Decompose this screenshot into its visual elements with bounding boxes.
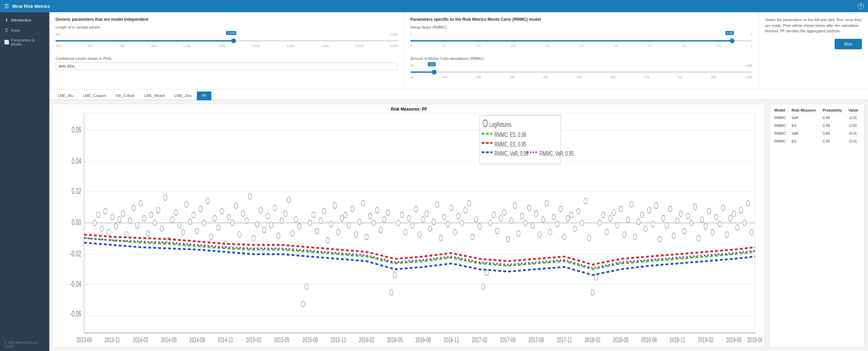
- tab-lme-nickel[interactable]: LME_Nickel: [139, 91, 170, 100]
- svg-text:2016-08: 2016-08: [415, 336, 431, 344]
- cell-probability: 0.99: [821, 122, 847, 130]
- svg-text:2015-05: 2015-05: [274, 336, 290, 344]
- svg-point-53: [220, 208, 223, 214]
- svg-point-155: [580, 220, 584, 226]
- svg-point-123: [467, 200, 471, 206]
- sidebar-item-label: Input: [11, 28, 20, 32]
- mc-label: Amount of Monte Carlo simulations (RMMC): [410, 56, 753, 61]
- svg-text:2014-02: 2014-02: [133, 336, 148, 344]
- tab-lme-alu[interactable]: LME_Alu: [53, 91, 78, 100]
- svg-point-148: [555, 221, 559, 227]
- svg-point-171: [637, 219, 640, 225]
- mc-track[interactable]: 100 30 1,000: [410, 71, 753, 73]
- svg-point-127: [482, 284, 485, 289]
- svg-point-132: [499, 215, 502, 221]
- cell-model: RMMC: [772, 114, 790, 122]
- svg-point-167: [622, 232, 626, 237]
- svg-point-197: [728, 215, 732, 221]
- svg-point-179: [665, 222, 668, 228]
- svg-point-76: [301, 301, 305, 307]
- svg-point-50: [209, 234, 213, 240]
- in-sample-label: Length of in sample period: [56, 25, 398, 29]
- svg-point-40: [174, 210, 177, 215]
- svg-point-62: [252, 235, 255, 241]
- svg-text:2013-08: 2013-08: [76, 336, 92, 344]
- app-title: Mirai Risk Metrics: [12, 4, 50, 9]
- decay-track[interactable]: 0.94 0 1: [410, 40, 753, 41]
- svg-point-137: [517, 231, 520, 236]
- cell-measure: VaR: [790, 114, 821, 122]
- svg-point-230: [483, 120, 487, 127]
- conf-input[interactable]: [56, 63, 398, 70]
- cell-value: -0.01: [846, 137, 862, 145]
- svg-point-52: [217, 225, 220, 231]
- svg-point-70: [280, 218, 283, 223]
- svg-point-157: [587, 235, 591, 241]
- svg-point-94: [365, 234, 368, 240]
- svg-point-150: [563, 234, 566, 240]
- svg-point-25: [121, 211, 125, 217]
- svg-point-174: [647, 207, 651, 213]
- cell-value: -0.01: [846, 130, 862, 137]
- tab-lme-zinc[interactable]: LME_Zinc: [170, 91, 197, 100]
- svg-point-20: [104, 208, 107, 214]
- svg-point-107: [411, 222, 414, 228]
- svg-point-117: [446, 221, 449, 227]
- tab-nb-cobalt[interactable]: NB_Cobalt: [111, 91, 139, 100]
- svg-point-138: [520, 213, 524, 219]
- table-row: RMMC ES 0.95 -0.01: [772, 137, 862, 145]
- svg-point-115: [439, 235, 442, 241]
- sidebar-item-introduction[interactable]: ℹ Introduction: [0, 15, 49, 25]
- in-sample-track[interactable]: 1,500 250 2,500: [56, 40, 398, 41]
- svg-point-80: [315, 228, 319, 234]
- chart-icon: 📈: [4, 40, 9, 45]
- svg-point-83: [326, 237, 329, 243]
- hamburger-icon[interactable]: ☰: [4, 3, 9, 10]
- svg-point-183: [679, 211, 682, 217]
- sidebar-item-input[interactable]: ☰ Input: [0, 25, 49, 35]
- svg-point-203: [750, 229, 753, 235]
- risk-measures-table: Model Risk Measure Probability Value RMM…: [772, 107, 862, 145]
- svg-point-59: [241, 211, 244, 217]
- tab-pf[interactable]: PF: [197, 91, 211, 100]
- svg-point-169: [630, 201, 633, 207]
- svg-point-36: [160, 226, 163, 232]
- tab-lme-copper[interactable]: LME_Copper: [78, 91, 111, 100]
- svg-point-195: [722, 205, 725, 211]
- svg-point-158: [591, 289, 594, 295]
- in-sample-fill: [56, 40, 234, 41]
- svg-text:2016-11: 2016-11: [444, 336, 459, 344]
- decay-thumb[interactable]: 0.94: [730, 38, 735, 43]
- svg-point-146: [549, 229, 552, 235]
- svg-point-143: [538, 232, 541, 237]
- mc-thumb[interactable]: 100: [432, 70, 437, 74]
- sidebar-item-parameters-model[interactable]: 📈 Parameters & Model: [0, 35, 49, 49]
- svg-point-44: [188, 219, 192, 225]
- svg-point-170: [633, 234, 636, 240]
- svg-point-164: [612, 210, 615, 215]
- svg-point-68: [273, 205, 277, 211]
- svg-point-95: [368, 213, 372, 219]
- svg-point-139: [524, 220, 527, 226]
- svg-point-100: [386, 210, 390, 215]
- svg-point-72: [287, 197, 290, 203]
- svg-point-116: [443, 214, 446, 220]
- in-sample-thumb[interactable]: 1,500: [231, 38, 236, 43]
- svg-point-185: [686, 213, 690, 219]
- help-icon[interactable]: ?: [858, 3, 864, 9]
- svg-point-81: [319, 218, 322, 223]
- svg-point-60: [245, 218, 248, 223]
- svg-text:RMMC, VaR, 0.95: RMMC, VaR, 0.95: [540, 150, 574, 157]
- run-button[interactable]: Run: [835, 39, 862, 49]
- svg-point-119: [453, 229, 457, 235]
- svg-point-192: [711, 229, 714, 235]
- svg-point-136: [513, 203, 517, 208]
- svg-point-187: [693, 204, 697, 210]
- svg-point-89: [347, 222, 351, 228]
- svg-point-42: [181, 229, 185, 235]
- svg-point-130: [492, 212, 495, 218]
- svg-point-163: [609, 215, 612, 221]
- in-sample-slider-container: 1,500 250 2,500 2504757009251,1001,3751,…: [56, 31, 398, 53]
- svg-point-105: [404, 229, 407, 235]
- svg-text:RMMC, VaR, 0.99: RMMC, VaR, 0.99: [494, 150, 528, 157]
